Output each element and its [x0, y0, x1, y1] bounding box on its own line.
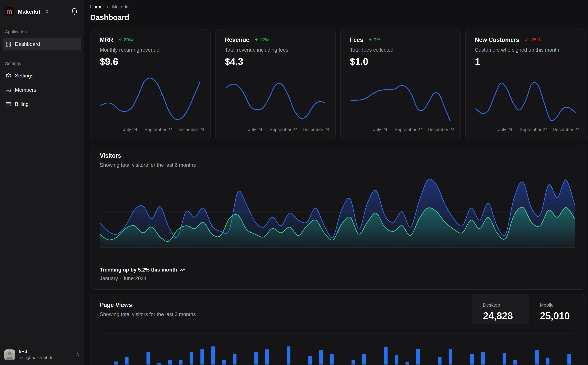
chevrons-up-down-icon — [45, 9, 49, 14]
sparkline-chart: July 24 September 24 December 24 — [350, 72, 451, 134]
page-title: Dashboard — [90, 13, 586, 22]
gear-icon — [6, 73, 11, 79]
notifications-button[interactable] — [69, 7, 79, 17]
page-views-card: Page Views Showing total visitors for th… — [90, 294, 586, 365]
stat-description: Monthly recurring revenue — [100, 47, 201, 53]
mobile-toggle[interactable]: Mobile 25,010 — [529, 294, 586, 324]
users-icon — [6, 87, 11, 93]
chevron-right-icon — [105, 5, 110, 9]
stat-name: MRR — [100, 36, 113, 43]
stat-card-mrr: MRR 20% Monthly recurring revenue $9.6 J… — [90, 29, 211, 140]
stat-name: Revenue — [225, 36, 249, 43]
desktop-toggle[interactable]: Desktop 24,828 — [472, 294, 529, 324]
visitors-title: Visitors — [100, 152, 576, 159]
stat-value: 1 — [475, 56, 576, 67]
sidebar-item-dashboard[interactable]: Dashboard — [3, 38, 81, 50]
main-content: Home Makerkit Dashboard MRR 20% Monthly … — [84, 0, 588, 365]
breadcrumb-current: Makerkit — [112, 4, 130, 10]
visitors-subtitle: Showing total visitors for the last 6 mo… — [100, 162, 576, 168]
stat-description: Total fees collected — [350, 47, 451, 53]
sidebar-item-billing[interactable]: Billing — [3, 98, 81, 111]
visitors-card: Visitors Showing total visitors for the … — [90, 145, 586, 290]
arrow-up-icon — [368, 38, 373, 42]
trending-up-icon — [180, 267, 185, 272]
trend-badge: -25% — [524, 37, 540, 42]
sparkline-x-axis: July 24 September 24 December 24 — [225, 127, 326, 134]
arrow-down-icon — [524, 38, 528, 42]
logo-letter: m — [7, 8, 12, 15]
sidebar: m Makerkit Application Dashboard Setting… — [0, 0, 84, 365]
avatar — [4, 350, 15, 360]
stat-name: Fees — [350, 36, 363, 43]
sidebar-item-settings[interactable]: Settings — [3, 70, 81, 82]
nav-section-settings: Settings — [5, 61, 79, 66]
stat-value: $9.6 — [100, 56, 201, 67]
sidebar-item-label: Settings — [15, 73, 33, 79]
sidebar-item-members[interactable]: Members — [3, 84, 81, 96]
workspace-name: Makerkit — [18, 8, 40, 15]
sparkline-x-axis: July 24 September 24 December 24 — [475, 127, 576, 134]
makerkit-logo: m — [5, 7, 14, 16]
visitors-area-chart — [100, 175, 574, 247]
user-menu[interactable]: test test@makerkit.dev — [2, 347, 82, 363]
sidebar-item-label: Billing — [15, 101, 29, 107]
nav-section-application: Application — [5, 29, 79, 35]
stat-value: $4.3 — [225, 56, 326, 67]
stat-description: Total revenue including fees — [225, 47, 326, 53]
credit-card-icon — [6, 101, 11, 107]
stat-value: $1.0 — [350, 56, 451, 67]
breadcrumb: Home Makerkit — [90, 4, 586, 10]
trend-badge: 20% — [118, 37, 133, 42]
user-email: test@makerkit.dev — [19, 355, 55, 360]
page-views-bar-chart — [100, 324, 574, 365]
trend-badge: 12% — [254, 37, 269, 42]
stat-card-fees: Fees 9% Total fees collected $1.0 July 2… — [340, 29, 461, 140]
sparkline-chart: July 24 September 24 December 24 — [225, 72, 326, 134]
stat-cards-row: MRR 20% Monthly recurring revenue $9.6 J… — [90, 29, 586, 140]
stat-card-revenue: Revenue 12% Total revenue including fees… — [215, 29, 336, 140]
page-views-title: Page Views — [100, 302, 463, 309]
arrow-up-icon — [254, 38, 258, 42]
breadcrumb-home[interactable]: Home — [90, 4, 103, 10]
bell-icon — [71, 8, 78, 15]
dashboard-icon — [6, 41, 11, 47]
visitors-trend-text: Trending up by 5.2% this month — [100, 267, 177, 273]
sidebar-item-label: Dashboard — [15, 41, 40, 47]
page-views-subtitle: Showing total visitors for the last 3 mo… — [100, 311, 463, 317]
sidebar-item-label: Members — [15, 87, 36, 93]
user-name: test — [19, 349, 55, 355]
sparkline-chart: July 24 September 24 December 24 — [475, 72, 576, 134]
sparkline-x-axis: July 24 September 24 December 24 — [100, 127, 201, 134]
sparkline-x-axis: July 24 September 24 December 24 — [350, 127, 451, 134]
chevrons-up-down-icon — [76, 353, 80, 357]
visitors-date-range: January - June 2024 — [100, 275, 576, 281]
arrow-up-icon — [118, 38, 122, 42]
app-root: m Makerkit Application Dashboard Setting… — [0, 0, 588, 365]
stat-card-new-customers: New Customers -25% Customers who signed … — [465, 29, 586, 140]
trend-badge: 9% — [368, 37, 380, 42]
stat-description: Customers who signed up this month — [475, 47, 576, 53]
sparkline-chart: July 24 September 24 December 24 — [100, 72, 201, 134]
workspace-selector[interactable]: m Makerkit — [3, 4, 81, 19]
device-toggle-group: Desktop 24,828 Mobile 25,010 — [472, 294, 586, 324]
stat-name: New Customers — [475, 36, 519, 43]
